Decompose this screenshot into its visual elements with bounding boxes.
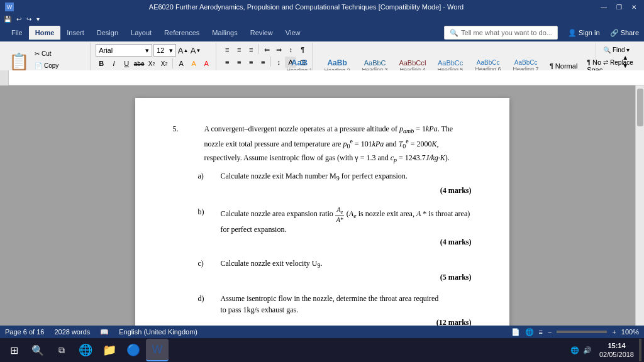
tab-mailings[interactable]: Mailings bbox=[206, 26, 243, 40]
question-5-number: 5. bbox=[173, 123, 192, 165]
view-print-button[interactable]: 📄 bbox=[511, 328, 520, 336]
replace-icon: ⇌ bbox=[603, 59, 608, 66]
restore-button[interactable]: ❐ bbox=[614, 3, 624, 11]
language: English (United Kingdom) bbox=[119, 328, 197, 336]
show-desktop-button[interactable] bbox=[639, 339, 641, 361]
sign-in-button[interactable]: 👤 Sign in bbox=[564, 28, 604, 38]
vertical-scrollbar[interactable] bbox=[635, 85, 644, 326]
taskbar-left: ⊞ 🔍 ⧉ 🌐 📁 🔵 W bbox=[3, 339, 169, 361]
multilevel-button[interactable]: ≡ bbox=[245, 44, 257, 55]
highlight-button[interactable]: A bbox=[188, 58, 199, 69]
decrease-font-button[interactable]: A▼ bbox=[190, 45, 201, 56]
part-c-marks: (5 marks) bbox=[221, 272, 472, 283]
tab-view[interactable]: View bbox=[279, 26, 307, 40]
numbering-button[interactable]: ≡ bbox=[233, 44, 245, 55]
title-text: AE6020 Further Aerodynamics, Propulsion … bbox=[14, 3, 599, 11]
copy-button[interactable]: 📄 Copy bbox=[33, 60, 86, 72]
replace-button[interactable]: ⇌ Replace bbox=[601, 57, 638, 68]
zoom-out-button[interactable]: − bbox=[548, 328, 552, 336]
edge-button[interactable]: 🌐 bbox=[74, 339, 97, 361]
font-family-row: Arial ▾ 12 ▾ A▲ A▼ bbox=[96, 44, 212, 57]
time-display: 15:14 bbox=[599, 341, 634, 350]
taskbar-right: 🌐 🔊 15:14 02/05/2018 bbox=[565, 339, 641, 361]
question-5-header: 5. A convergent–divergent nozzle operate… bbox=[173, 123, 472, 165]
fraction-ae-astar: Ae A* bbox=[335, 206, 345, 224]
cut-button[interactable]: ✂ Cut bbox=[33, 48, 86, 60]
undo-qa-button[interactable]: ↩ bbox=[15, 15, 23, 23]
find-button[interactable]: 🔍 Find ▾ bbox=[601, 44, 638, 55]
cut-icon: ✂ bbox=[35, 50, 40, 57]
date-display: 02/05/2018 bbox=[599, 350, 634, 359]
tab-file[interactable]: File bbox=[5, 26, 29, 40]
font-color-button[interactable]: A bbox=[201, 58, 212, 69]
horizontal-ruler bbox=[0, 70, 644, 85]
start-button[interactable]: ⊞ bbox=[3, 339, 25, 361]
underline-button[interactable]: U bbox=[121, 58, 132, 69]
part-d-text: Assume isentropic flow in the nozzle, de… bbox=[221, 294, 439, 314]
part-a-text: Calculate nozzle exit Mach number M9 for… bbox=[221, 172, 408, 180]
customize-qa-button[interactable]: ▾ bbox=[35, 15, 41, 23]
tab-home[interactable]: Home bbox=[29, 26, 61, 40]
minimize-button[interactable]: — bbox=[599, 3, 609, 11]
align-right-button[interactable]: ≡ bbox=[245, 57, 257, 68]
part-b-marks: (4 marks) bbox=[221, 236, 472, 248]
superscript-button[interactable]: X2 bbox=[158, 58, 170, 69]
zoom-slider[interactable] bbox=[557, 331, 607, 333]
search-button[interactable]: 🔍 bbox=[26, 339, 49, 361]
part-c-text: Calculate nozzle exit velocity U9. bbox=[221, 259, 323, 268]
view-outline-button[interactable]: ≡ bbox=[539, 328, 543, 336]
question-5a: a) Calculate nozzle exit Mach number M9 … bbox=[198, 170, 472, 200]
font-size-selector[interactable]: 12 ▾ bbox=[153, 44, 176, 57]
close-button[interactable]: ✕ bbox=[629, 3, 639, 11]
part-d-marks: (12 marks) bbox=[221, 317, 472, 326]
title-bar-buttons: — ❐ ✕ bbox=[599, 3, 639, 11]
redo-qa-button[interactable]: ↪ bbox=[25, 15, 33, 23]
ruler-corner bbox=[0, 70, 9, 85]
part-d-letter: d) bbox=[198, 293, 211, 326]
decrease-indent-button[interactable]: ⇐ bbox=[261, 44, 272, 55]
ruler-scale bbox=[9, 70, 644, 85]
task-view-button[interactable]: ⧉ bbox=[50, 339, 73, 361]
word-count: 2028 words bbox=[54, 328, 90, 336]
explorer-button[interactable]: 📁 bbox=[98, 339, 121, 361]
question-5-text: A convergent–divergent nozzle operates a… bbox=[204, 123, 472, 165]
volume-icon: 🔊 bbox=[583, 346, 592, 354]
tab-layout[interactable]: Layout bbox=[125, 26, 158, 40]
part-d-content: Assume isentropic flow in the nozzle, de… bbox=[221, 293, 472, 326]
strikethrough-button[interactable]: abe bbox=[133, 58, 145, 69]
tell-me-input[interactable]: 🔍 Tell me what you want to do... bbox=[444, 26, 558, 40]
tab-insert[interactable]: Insert bbox=[60, 26, 91, 40]
ribbon-tab-bar: File Home Insert Design Layout Reference… bbox=[0, 24, 644, 41]
chrome-button[interactable]: 🔵 bbox=[122, 339, 145, 361]
copy-icon: 📄 bbox=[35, 62, 42, 69]
clear-format-button[interactable]: A bbox=[175, 58, 187, 69]
align-left-button[interactable]: ≡ bbox=[221, 57, 233, 68]
bold-button[interactable]: B bbox=[96, 58, 107, 69]
part-c-content: Calculate nozzle exit velocity U9. (5 ma… bbox=[221, 258, 472, 288]
font-family-selector[interactable]: Arial ▾ bbox=[96, 44, 152, 57]
justify-button[interactable]: ≡ bbox=[257, 57, 269, 68]
subscript-button[interactable]: X2 bbox=[146, 58, 157, 69]
save-qa-button[interactable]: 💾 bbox=[3, 15, 13, 23]
increase-font-button[interactable]: A▲ bbox=[177, 45, 189, 56]
word-taskbar-button[interactable]: W bbox=[146, 339, 169, 361]
part-a-marks: (4 marks) bbox=[221, 185, 472, 196]
bullets-button[interactable]: ≡ bbox=[221, 44, 233, 55]
taskbar: ⊞ 🔍 ⧉ 🌐 📁 🔵 W 🌐 🔊 15:14 02/05/2018 bbox=[0, 338, 644, 362]
part-a-content: Calculate nozzle exit Mach number M9 for… bbox=[221, 170, 472, 200]
font-format-row: B I U abe X2 X2 A A A bbox=[96, 58, 212, 69]
part-b-text: Calculate nozzle area expansion ratio Ae… bbox=[221, 209, 470, 233]
tab-review[interactable]: Review bbox=[244, 26, 279, 40]
italic-button[interactable]: I bbox=[108, 58, 119, 69]
tab-references[interactable]: References bbox=[158, 26, 206, 40]
share-button[interactable]: 🔗 Share bbox=[610, 29, 639, 37]
ribbon-tabs-container: File Home Insert Design Layout Reference… bbox=[5, 26, 306, 40]
view-web-button[interactable]: 🌐 bbox=[525, 328, 534, 336]
scrollbar-thumb[interactable] bbox=[637, 89, 643, 126]
align-center-button[interactable]: ≡ bbox=[233, 57, 245, 68]
zoom-in-button[interactable]: + bbox=[612, 328, 616, 336]
status-bar-left: Page 6 of 16 2028 words 📖 English (Unite… bbox=[5, 328, 197, 336]
title-bar: W AE6020 Further Aerodynamics, Propulsio… bbox=[0, 0, 644, 14]
tab-design[interactable]: Design bbox=[91, 26, 125, 40]
part-c-letter: c) bbox=[198, 258, 211, 288]
